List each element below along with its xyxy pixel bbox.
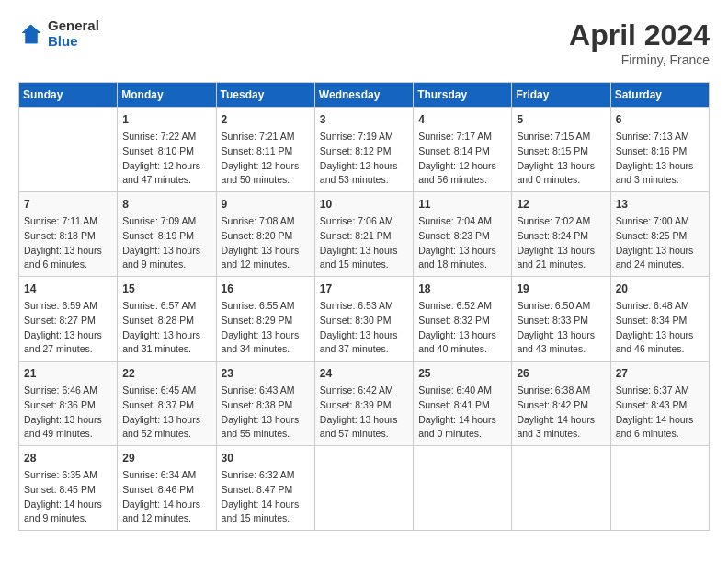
calendar-cell: 13Sunrise: 7:00 AM Sunset: 8:25 PM Dayli… (610, 192, 709, 277)
day-number: 29 (122, 450, 210, 466)
day-info: Sunrise: 7:00 AM Sunset: 8:25 PM Dayligh… (616, 214, 704, 272)
day-info: Sunrise: 7:19 AM Sunset: 8:12 PM Dayligh… (320, 130, 408, 188)
calendar-cell: 22Sunrise: 6:45 AM Sunset: 8:37 PM Dayli… (118, 362, 216, 446)
calendar-cell (414, 446, 512, 531)
weekday-header-friday: Friday (512, 83, 610, 108)
logo-text: General Blue (48, 18, 99, 49)
day-number: 16 (222, 281, 310, 297)
day-number: 4 (418, 111, 506, 128)
calendar-cell (314, 446, 413, 531)
calendar-cell (19, 108, 118, 192)
day-info: Sunrise: 6:40 AM Sunset: 8:41 PM Dayligh… (418, 384, 506, 442)
day-number: 17 (320, 281, 408, 297)
weekday-header-sunday: Sunday (19, 83, 118, 108)
location-text: Firminy, France (569, 52, 710, 67)
day-number: 1 (122, 111, 210, 128)
day-number: 15 (122, 281, 210, 297)
day-info: Sunrise: 7:08 AM Sunset: 8:20 PM Dayligh… (222, 214, 310, 272)
logo: General Blue (18, 18, 99, 49)
calendar-week-row: 7Sunrise: 7:11 AM Sunset: 8:18 PM Daylig… (19, 192, 710, 277)
day-info: Sunrise: 6:42 AM Sunset: 8:39 PM Dayligh… (320, 384, 408, 442)
calendar-cell: 11Sunrise: 7:04 AM Sunset: 8:23 PM Dayli… (414, 192, 512, 277)
page-header: General Blue April 2024 Firminy, France (18, 18, 710, 67)
day-number: 27 (616, 365, 704, 382)
day-info: Sunrise: 7:09 AM Sunset: 8:19 PM Dayligh… (122, 214, 210, 272)
weekday-header-wednesday: Wednesday (314, 83, 413, 108)
calendar-cell: 16Sunrise: 6:55 AM Sunset: 8:29 PM Dayli… (216, 277, 314, 362)
day-info: Sunrise: 7:15 AM Sunset: 8:15 PM Dayligh… (517, 130, 605, 188)
weekday-header-monday: Monday (118, 83, 216, 108)
day-info: Sunrise: 7:11 AM Sunset: 8:18 PM Dayligh… (24, 214, 112, 272)
day-number: 8 (122, 196, 210, 213)
day-number: 18 (418, 281, 506, 297)
calendar-cell: 7Sunrise: 7:11 AM Sunset: 8:18 PM Daylig… (19, 192, 118, 277)
day-info: Sunrise: 6:35 AM Sunset: 8:45 PM Dayligh… (24, 468, 112, 526)
calendar-cell: 5Sunrise: 7:15 AM Sunset: 8:15 PM Daylig… (512, 108, 610, 192)
weekday-header-thursday: Thursday (414, 83, 512, 108)
logo-general: General (48, 18, 99, 34)
calendar-cell: 29Sunrise: 6:34 AM Sunset: 8:46 PM Dayli… (118, 446, 216, 531)
day-number: 6 (616, 111, 704, 128)
calendar-cell: 24Sunrise: 6:42 AM Sunset: 8:39 PM Dayli… (314, 362, 413, 446)
day-info: Sunrise: 6:52 AM Sunset: 8:32 PM Dayligh… (418, 299, 506, 357)
day-info: Sunrise: 6:50 AM Sunset: 8:33 PM Dayligh… (517, 299, 605, 357)
day-number: 7 (24, 196, 112, 213)
day-number: 9 (222, 196, 310, 213)
calendar-cell: 10Sunrise: 7:06 AM Sunset: 8:21 PM Dayli… (314, 192, 413, 277)
day-number: 21 (24, 365, 112, 382)
day-info: Sunrise: 7:22 AM Sunset: 8:10 PM Dayligh… (122, 130, 210, 188)
logo-blue: Blue (48, 34, 99, 50)
day-number: 30 (222, 450, 310, 466)
day-number: 19 (517, 281, 605, 297)
calendar-table: SundayMondayTuesdayWednesdayThursdayFrid… (18, 82, 710, 531)
calendar-cell: 2Sunrise: 7:21 AM Sunset: 8:11 PM Daylig… (216, 108, 314, 192)
day-number: 2 (222, 111, 310, 128)
day-info: Sunrise: 7:04 AM Sunset: 8:23 PM Dayligh… (418, 214, 506, 272)
day-info: Sunrise: 7:21 AM Sunset: 8:11 PM Dayligh… (222, 130, 310, 188)
day-info: Sunrise: 6:38 AM Sunset: 8:42 PM Dayligh… (517, 384, 605, 442)
calendar-week-row: 21Sunrise: 6:46 AM Sunset: 8:36 PM Dayli… (19, 362, 710, 446)
day-number: 11 (418, 196, 506, 213)
day-number: 23 (222, 365, 310, 382)
day-number: 25 (418, 365, 506, 382)
day-number: 13 (616, 196, 704, 213)
day-info: Sunrise: 6:43 AM Sunset: 8:38 PM Dayligh… (222, 384, 310, 442)
title-block: April 2024 Firminy, France (569, 18, 710, 67)
day-info: Sunrise: 6:53 AM Sunset: 8:30 PM Dayligh… (320, 299, 408, 357)
calendar-cell: 8Sunrise: 7:09 AM Sunset: 8:19 PM Daylig… (118, 192, 216, 277)
calendar-cell: 3Sunrise: 7:19 AM Sunset: 8:12 PM Daylig… (314, 108, 413, 192)
calendar-cell: 15Sunrise: 6:57 AM Sunset: 8:28 PM Dayli… (118, 277, 216, 362)
calendar-week-row: 14Sunrise: 6:59 AM Sunset: 8:27 PM Dayli… (19, 277, 710, 362)
day-info: Sunrise: 6:45 AM Sunset: 8:37 PM Dayligh… (122, 384, 210, 442)
day-info: Sunrise: 7:06 AM Sunset: 8:21 PM Dayligh… (320, 214, 408, 272)
day-info: Sunrise: 6:37 AM Sunset: 8:43 PM Dayligh… (616, 384, 704, 442)
calendar-cell: 14Sunrise: 6:59 AM Sunset: 8:27 PM Dayli… (19, 277, 118, 362)
calendar-cell: 28Sunrise: 6:35 AM Sunset: 8:45 PM Dayli… (19, 446, 118, 531)
day-number: 22 (122, 365, 210, 382)
day-number: 5 (517, 111, 605, 128)
calendar-week-row: 28Sunrise: 6:35 AM Sunset: 8:45 PM Dayli… (19, 446, 710, 531)
calendar-cell: 23Sunrise: 6:43 AM Sunset: 8:38 PM Dayli… (216, 362, 314, 446)
day-number: 20 (616, 281, 704, 297)
calendar-cell: 25Sunrise: 6:40 AM Sunset: 8:41 PM Dayli… (414, 362, 512, 446)
day-info: Sunrise: 6:32 AM Sunset: 8:47 PM Dayligh… (222, 468, 310, 526)
calendar-cell: 27Sunrise: 6:37 AM Sunset: 8:43 PM Dayli… (610, 362, 709, 446)
calendar-cell: 30Sunrise: 6:32 AM Sunset: 8:47 PM Dayli… (216, 446, 314, 531)
calendar-cell: 12Sunrise: 7:02 AM Sunset: 8:24 PM Dayli… (512, 192, 610, 277)
month-year-title: April 2024 (569, 18, 710, 52)
calendar-cell (512, 446, 610, 531)
logo-icon (18, 21, 44, 47)
day-number: 3 (320, 111, 408, 128)
calendar-cell: 17Sunrise: 6:53 AM Sunset: 8:30 PM Dayli… (314, 277, 413, 362)
day-number: 28 (24, 450, 112, 466)
day-number: 26 (517, 365, 605, 382)
day-info: Sunrise: 7:13 AM Sunset: 8:16 PM Dayligh… (616, 130, 704, 188)
calendar-cell: 21Sunrise: 6:46 AM Sunset: 8:36 PM Dayli… (19, 362, 118, 446)
weekday-header-tuesday: Tuesday (216, 83, 314, 108)
calendar-cell: 18Sunrise: 6:52 AM Sunset: 8:32 PM Dayli… (414, 277, 512, 362)
day-info: Sunrise: 6:46 AM Sunset: 8:36 PM Dayligh… (24, 384, 112, 442)
calendar-cell: 26Sunrise: 6:38 AM Sunset: 8:42 PM Dayli… (512, 362, 610, 446)
calendar-cell: 19Sunrise: 6:50 AM Sunset: 8:33 PM Dayli… (512, 277, 610, 362)
day-info: Sunrise: 6:59 AM Sunset: 8:27 PM Dayligh… (24, 299, 112, 357)
calendar-cell: 1Sunrise: 7:22 AM Sunset: 8:10 PM Daylig… (118, 108, 216, 192)
